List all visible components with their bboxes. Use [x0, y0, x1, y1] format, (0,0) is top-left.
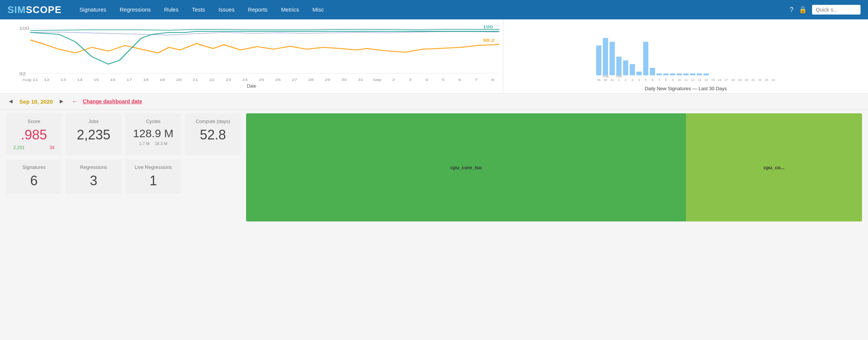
cycles-sub2: 18.3 M — [155, 141, 167, 146]
svg-text:16: 16 — [718, 78, 721, 82]
treemap-container: cpu_core_lsu cpu_co... — [246, 113, 862, 221]
nav-misc[interactable]: Misc — [306, 0, 331, 19]
svg-text:2: 2 — [392, 78, 395, 82]
svg-text:18: 18 — [732, 78, 735, 82]
svg-rect-35 — [596, 45, 601, 75]
help-icon[interactable]: ? — [790, 6, 793, 14]
svg-text:21: 21 — [752, 78, 755, 82]
svg-text:15: 15 — [711, 78, 715, 82]
lock-icon[interactable]: 🔒 — [799, 6, 807, 14]
svg-text:92: 92 — [19, 72, 26, 76]
regressions-value: 3 — [73, 173, 114, 189]
metrics-left: Score .985 2,201 34 Jobs 2,235 Cycles 12… — [6, 113, 241, 221]
svg-text:4: 4 — [638, 78, 640, 82]
svg-text:25: 25 — [259, 78, 264, 82]
treemap-cell-1: cpu_core_lsu — [246, 113, 686, 221]
treemap-label-1: cpu_core_lsu — [450, 165, 482, 170]
navbar: SIMSCOPE Signatures Regressions Rules Te… — [0, 0, 868, 19]
logo-sim: SIM — [7, 4, 26, 15]
search-input[interactable] — [812, 5, 861, 15]
svg-text:12: 12 — [44, 78, 50, 82]
svg-text:11: 11 — [685, 78, 688, 82]
nav-reports[interactable]: Reports — [241, 0, 274, 19]
nav-signatures[interactable]: Signatures — [73, 0, 113, 19]
signatures-title: Signatures — [13, 164, 54, 170]
line-chart-x-label: Date — [4, 84, 499, 89]
svg-text:9: 9 — [672, 78, 674, 82]
svg-text:100: 100 — [483, 25, 493, 29]
svg-text:19: 19 — [738, 78, 742, 82]
score-sub-red: 34 — [50, 145, 54, 150]
svg-text:15: 15 — [94, 78, 99, 82]
regressions-title: Regressions — [73, 164, 114, 170]
bar-chart-container: 29 30 31 1 2 3 4 5 6 7 8 9 10 11 12 13 1… — [503, 19, 868, 93]
svg-text:1: 1 — [618, 78, 620, 82]
svg-text:Aug: Aug — [603, 74, 608, 78]
svg-text:16: 16 — [110, 78, 116, 82]
prev-date-button[interactable]: ◄ — [6, 97, 16, 106]
metrics-bottom-row: Signatures 6 Regressions 3 Live Regressi… — [6, 159, 241, 194]
regressions-card: Regressions 3 — [66, 159, 122, 194]
svg-text:23: 23 — [226, 78, 231, 82]
svg-text:Sep: Sep — [616, 74, 622, 78]
svg-rect-40 — [630, 64, 635, 75]
svg-text:100: 100 — [19, 26, 29, 31]
svg-rect-47 — [677, 73, 682, 75]
metrics-top-row: Score .985 2,201 34 Jobs 2,235 Cycles 12… — [6, 113, 241, 155]
svg-text:24: 24 — [242, 78, 248, 82]
svg-text:29: 29 — [597, 78, 601, 82]
svg-text:23: 23 — [765, 78, 768, 82]
change-date-link[interactable]: Change dashboard date — [83, 98, 142, 104]
svg-text:19: 19 — [160, 78, 165, 82]
bar-chart-title: Daily New Signatures — Last 30 Days — [507, 86, 864, 91]
treemap: cpu_core_lsu cpu_co... — [246, 113, 862, 221]
nav-regressions[interactable]: Regressions — [113, 0, 157, 19]
svg-text:5: 5 — [442, 78, 444, 82]
nav-issues[interactable]: Issues — [212, 0, 241, 19]
svg-text:8: 8 — [491, 78, 494, 82]
svg-rect-41 — [636, 72, 642, 75]
svg-text:20: 20 — [176, 78, 182, 82]
svg-text:22: 22 — [758, 78, 762, 82]
svg-text:24: 24 — [772, 78, 775, 82]
svg-text:20: 20 — [745, 78, 748, 82]
line-chart: 100 92 100 98.2 Aug-11 12 13 — [4, 23, 499, 83]
next-date-button[interactable]: ► — [57, 97, 66, 106]
svg-text:2: 2 — [625, 78, 627, 82]
svg-text:8: 8 — [665, 78, 667, 82]
live-regressions-card: Live Regressions 1 — [125, 159, 181, 194]
svg-text:17: 17 — [725, 78, 728, 82]
treemap-label-2: cpu_co... — [764, 165, 784, 170]
jobs-title: Jobs — [73, 119, 114, 124]
nav-metrics[interactable]: Metrics — [274, 0, 306, 19]
charts-row: 100 92 100 98.2 Aug-11 12 13 — [0, 19, 868, 94]
svg-text:27: 27 — [292, 78, 297, 82]
svg-text:Sep: Sep — [373, 78, 382, 82]
svg-text:13: 13 — [60, 78, 66, 82]
svg-text:14: 14 — [77, 78, 82, 82]
score-card: Score .985 2,201 34 — [6, 113, 62, 155]
svg-text:30: 30 — [604, 78, 607, 82]
svg-rect-46 — [670, 73, 675, 75]
score-title: Score — [13, 119, 54, 124]
svg-text:13: 13 — [698, 78, 701, 82]
svg-text:14: 14 — [705, 78, 708, 82]
live-regressions-value: 1 — [133, 173, 174, 189]
svg-rect-42 — [643, 42, 648, 75]
signatures-value: 6 — [13, 173, 54, 189]
logo-scope: SCOPE — [26, 4, 62, 15]
arrow-icon: ← — [72, 98, 78, 106]
nav-tests[interactable]: Tests — [185, 0, 212, 19]
compute-card: Compute (days) 52.8 — [185, 113, 241, 155]
nav-rules[interactable]: Rules — [157, 0, 185, 19]
svg-rect-51 — [704, 73, 709, 75]
svg-text:29: 29 — [325, 78, 330, 82]
svg-rect-39 — [623, 60, 628, 75]
svg-text:31: 31 — [611, 78, 614, 82]
svg-rect-48 — [683, 73, 689, 75]
svg-text:12: 12 — [691, 78, 695, 82]
svg-text:5: 5 — [645, 78, 647, 82]
svg-rect-49 — [690, 73, 695, 75]
cycles-sub: 1.7 M 18.3 M — [133, 141, 174, 146]
signatures-card: Signatures 6 — [6, 159, 62, 194]
